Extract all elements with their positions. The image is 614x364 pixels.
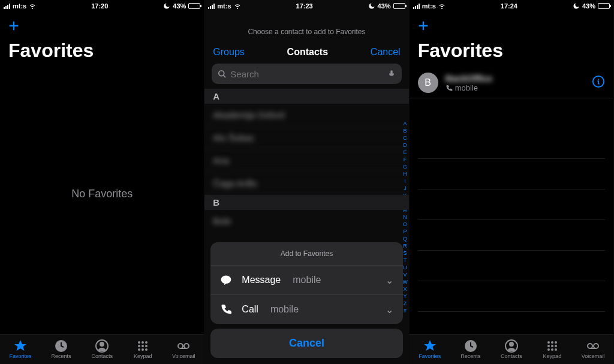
tab-voicemail[interactable]: Voicemail [163,339,204,359]
search-icon [218,70,227,79]
moon-icon [573,2,580,10]
add-favorite-button[interactable] [410,11,613,40]
groups-button[interactable]: Groups [213,47,244,58]
svg-point-10 [142,348,144,351]
index-letter[interactable]: T [402,257,408,264]
carrier-label: mt:s [422,2,436,10]
status-time: 17:24 [501,2,517,10]
avatar: B [418,73,438,93]
phone-icon [446,85,453,92]
search-field[interactable] [212,64,401,84]
add-favorite-button[interactable] [0,11,204,40]
signal-icon [4,4,10,9]
clock-icon [54,339,68,353]
sheet-row-sub: mobile [293,275,321,285]
tab-recents[interactable]: Recents [41,339,82,359]
svg-point-14 [219,70,224,76]
person-icon [504,339,519,353]
person-icon [95,339,109,353]
index-letter[interactable]: S [402,249,408,257]
svg-point-26 [547,348,550,351]
wifi-icon [234,2,241,10]
keypad-icon [136,339,150,353]
tab-contacts[interactable]: Contacts [82,339,122,359]
picker-cancel-button[interactable]: Cancel [371,47,401,58]
contact-row[interactable]: Bole [204,210,408,232]
index-letter[interactable]: V [402,271,408,278]
contact-row[interactable]: Alu Šubas [204,127,408,149]
moon-icon [368,2,375,10]
screen-favorites-with-contact: mt:s 17:24 43% Favorites B BackOffice mo… [410,0,614,364]
contact-row[interactable]: Akademija Oxford [204,104,408,127]
battery-icon [598,3,610,9]
picker-instruction: Choose a contact to add to Favorites [204,11,408,42]
index-letter[interactable]: X [402,285,408,293]
empty-state-label: No Favorites [0,188,204,200]
svg-point-6 [138,345,140,347]
empty-dividers [410,128,613,312]
index-letter[interactable]: W [402,278,408,285]
svg-point-7 [142,345,144,347]
mic-icon[interactable] [387,69,396,79]
search-input[interactable] [230,69,383,79]
voicemail-icon [176,339,191,353]
chevron-down-icon: ⌄ [386,275,393,286]
index-letter[interactable]: Q [402,235,408,242]
contact-row[interactable]: Ana [204,149,408,172]
svg-point-25 [555,345,557,347]
index-letter[interactable]: R [402,242,408,249]
svg-point-3 [138,341,140,344]
index-letter[interactable]: # [402,307,408,314]
sheet-message-row[interactable]: Message mobile ⌄ [210,265,402,294]
voicemail-icon [586,339,600,353]
message-icon [220,274,232,286]
svg-point-13 [184,344,189,348]
signal-icon [413,4,420,9]
status-time: 17:20 [91,2,108,10]
info-button[interactable] [592,75,605,91]
tab-favorites[interactable]: Favorites [0,339,41,359]
status-bar: mt:s 17:20 43% [0,0,204,11]
svg-point-23 [547,345,550,347]
svg-point-4 [142,341,144,344]
carrier-label: mt:s [13,2,26,10]
tab-contacts[interactable]: Contacts [491,339,532,359]
svg-point-5 [145,341,148,344]
contact-row[interactable]: Čaga Arđis [204,172,408,195]
clock-icon [463,339,478,353]
favorite-name: BackOffice [446,73,585,83]
phone-icon [220,303,232,315]
status-bar: mt:s 17:24 43% [410,0,613,11]
moon-icon [163,2,170,10]
chevron-down-icon: ⌄ [386,304,393,315]
sheet-cancel-button[interactable]: Cancel [210,329,402,358]
svg-point-19 [510,342,513,346]
sheet-call-row[interactable]: Call mobile ⌄ [210,294,402,324]
svg-point-9 [138,348,140,351]
svg-point-21 [551,341,553,344]
page-title: Favorites [410,40,613,68]
star-icon [13,339,28,353]
index-letter[interactable]: U [402,264,408,271]
index-letter[interactable]: Y [402,293,408,300]
status-time: 17:23 [296,2,313,10]
status-bar: mt:s 17:23 43% [204,0,408,11]
svg-point-28 [555,348,557,351]
tab-favorites[interactable]: Favorites [410,339,450,359]
wifi-icon [438,2,446,10]
svg-point-11 [145,348,148,351]
action-sheet: Add to Favorites Message mobile ⌄ Call m… [210,242,402,324]
picker-title: Contacts [287,47,328,58]
svg-point-20 [547,341,550,344]
screen-empty-favorites: mt:s 17:20 43% Favorites No Favorites Fa… [0,0,204,364]
battery-icon [393,3,405,9]
index-letter[interactable]: Z [402,300,408,307]
tab-voicemail[interactable]: Voicemail [573,339,613,359]
tab-keypad[interactable]: Keypad [532,339,573,359]
svg-point-24 [551,345,553,347]
tab-recents[interactable]: Recents [450,339,491,359]
svg-point-2 [100,342,104,346]
tab-keypad[interactable]: Keypad [122,339,163,359]
favorite-row[interactable]: B BackOffice mobile [410,68,613,98]
section-header-a: A [204,89,408,104]
